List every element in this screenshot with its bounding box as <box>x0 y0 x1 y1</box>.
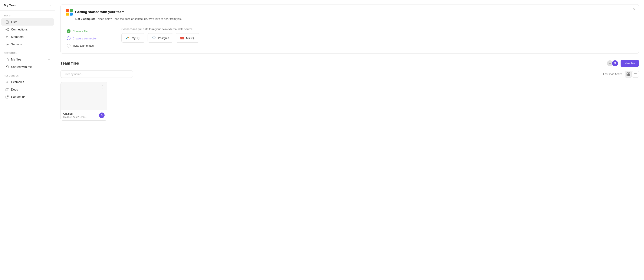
svg-rect-20 <box>628 74 630 76</box>
sidebar-item-contact[interactable]: Contact us <box>1 93 54 101</box>
mssql-button[interactable]: MsSQL <box>176 33 199 43</box>
step-create-file-label: Create a file <box>72 30 88 33</box>
sort-button[interactable]: Last modified ▾ <box>602 72 623 77</box>
toolbar-row: Last modified ▾ <box>60 70 639 78</box>
read-docs-link[interactable]: Read the docs <box>113 17 130 21</box>
svg-rect-16 <box>182 38 184 40</box>
postgres-button[interactable]: Postgres <box>148 33 173 43</box>
svg-point-9 <box>7 82 8 83</box>
section-label-personal: PERSONAL <box>0 48 55 56</box>
section-label-resources: RESOURCES <box>0 71 55 78</box>
mysql-label: MySQL <box>132 37 141 40</box>
sidebar: My Team ⌄ TEAM Files + Connections Membe… <box>0 0 55 280</box>
banner-right: Connect and pull data form your own exte… <box>122 28 634 49</box>
section-actions: + S New file <box>606 60 639 67</box>
logo-sq-yellow <box>66 13 69 16</box>
sidebar-item-contact-label: Contact us <box>11 95 50 99</box>
file-grid: ⋮ Untitled Modified Aug 28, 2024 S <box>60 82 639 121</box>
sort-view: Last modified ▾ <box>602 71 639 78</box>
mssql-label: MsSQL <box>186 37 195 40</box>
banner-subtitle-mid: · Need help? <box>96 17 113 21</box>
postgres-icon <box>152 36 156 40</box>
banner-title: Getting started with your team <box>75 10 124 14</box>
files-add-icon[interactable]: + <box>48 20 50 24</box>
file-card-info: Untitled Modified Aug 28, 2024 S <box>61 110 107 120</box>
main-content: × Getting started with your team 1 of 3 … <box>55 0 644 280</box>
grid-icon <box>626 73 630 76</box>
svg-point-8 <box>6 82 7 83</box>
sidebar-section-team: TEAM Files + Connections Members Setting… <box>0 11 55 48</box>
db-buttons: MySQL Postgres <box>122 33 634 43</box>
step-check-empty-icon <box>67 44 70 48</box>
sidebar-item-connections[interactable]: Connections <box>1 26 54 33</box>
team-header[interactable]: My Team ⌄ <box>0 0 55 11</box>
svg-point-0 <box>6 29 6 30</box>
banner-steps: ✓ Create a file Create a connection Invi… <box>66 28 113 49</box>
svg-point-4 <box>6 44 8 45</box>
step-create-file[interactable]: ✓ Create a file <box>66 28 113 35</box>
logo-sq-blue <box>70 13 73 16</box>
contact-us-link[interactable]: contact us <box>134 17 147 21</box>
file-meta: Untitled Modified Aug 28, 2024 <box>63 112 86 118</box>
file-modified: Modified Aug 28, 2024 <box>63 116 86 118</box>
connection-desc: Connect and pull data form your own exte… <box>122 28 634 31</box>
sidebar-item-shared[interactable]: Shared with me <box>1 63 54 71</box>
connections-icon <box>5 28 9 31</box>
my-files-add-icon[interactable]: + <box>48 58 50 61</box>
file-avatar: S <box>99 113 104 118</box>
sidebar-item-examples-label: Examples <box>11 80 50 84</box>
team-files-header: Team files + S New file <box>60 60 639 67</box>
avatar-stack: + S <box>606 60 618 67</box>
step-invite-teammates[interactable]: Invite teammates <box>66 42 113 49</box>
file-card[interactable]: ⋮ Untitled Modified Aug 28, 2024 S <box>60 82 107 121</box>
mysql-button[interactable]: MySQL <box>122 33 145 43</box>
step-check-done-icon: ✓ <box>67 29 70 33</box>
step-create-connection[interactable]: Create a connection <box>66 35 113 42</box>
new-file-button[interactable]: New file <box>620 60 639 67</box>
sidebar-item-members-label: Members <box>11 35 50 39</box>
banner-subtitle-end: , we'd love to hear from you. <box>147 17 182 21</box>
examples-icon <box>5 80 9 84</box>
banner-divider <box>117 28 117 49</box>
contact-external-icon <box>5 95 9 99</box>
svg-rect-5 <box>6 66 8 67</box>
banner-or: or <box>130 17 134 21</box>
step-invite-teammates-label: Invite teammates <box>72 44 94 47</box>
file-name: Untitled <box>63 112 86 115</box>
list-icon <box>634 73 637 76</box>
banner-body: ✓ Create a file Create a connection Invi… <box>66 24 634 49</box>
sidebar-item-connections-label: Connections <box>11 28 50 31</box>
view-toggle <box>625 71 639 78</box>
step-check-active-icon <box>67 37 70 40</box>
sidebar-section-resources: RESOURCES Examples Docs Contact us <box>0 71 55 101</box>
svg-rect-14 <box>182 37 184 38</box>
filter-input[interactable] <box>60 70 133 78</box>
logo-sq-green <box>70 9 73 12</box>
banner-subtitle: 1 of 3 complete · Need help? Read the do… <box>66 17 634 21</box>
sidebar-item-examples[interactable]: Examples <box>1 78 54 86</box>
svg-rect-15 <box>180 38 182 40</box>
section-label-team: TEAM <box>0 11 55 18</box>
svg-rect-18 <box>628 73 630 74</box>
sidebar-item-docs[interactable]: Docs <box>1 86 54 93</box>
sort-label: Last modified <box>603 73 620 76</box>
app-logo <box>66 9 72 16</box>
team-name: My Team <box>4 4 17 7</box>
svg-point-7 <box>7 81 8 82</box>
banner-close-button[interactable]: × <box>633 8 635 11</box>
postgres-label: Postgres <box>158 37 169 40</box>
file-menu-button[interactable]: ⋮ <box>100 84 105 89</box>
logo-sq-red <box>66 9 69 12</box>
list-view-button[interactable] <box>632 71 639 78</box>
grid-view-button[interactable] <box>625 71 632 78</box>
sidebar-item-my-files[interactable]: My files + <box>1 56 54 63</box>
sidebar-item-settings-label: Settings <box>11 43 50 46</box>
svg-point-2 <box>8 30 8 31</box>
svg-point-3 <box>6 36 8 37</box>
sidebar-item-files[interactable]: Files + <box>1 18 54 26</box>
sidebar-section-personal: PERSONAL My files + Shared with me <box>0 48 55 71</box>
sidebar-item-settings[interactable]: Settings <box>1 41 54 48</box>
sidebar-item-members[interactable]: Members <box>1 33 54 41</box>
file-card-preview: ⋮ <box>61 82 107 110</box>
shared-icon <box>5 65 9 69</box>
